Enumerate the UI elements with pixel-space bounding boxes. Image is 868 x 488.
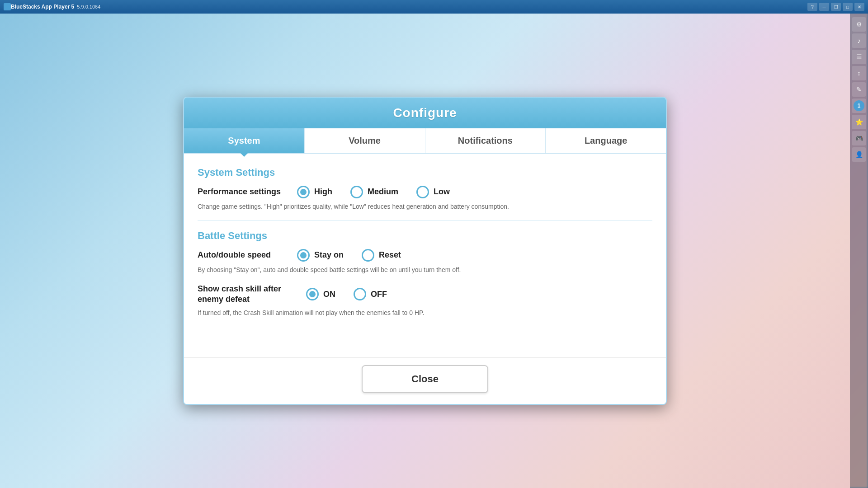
crash-skill-on-label: ON (323, 290, 335, 299)
crash-skill-off-label: OFF (371, 290, 387, 299)
window-controls: ? ─ ❐ □ ✕ (807, 3, 864, 11)
notification-badge: 1 (854, 100, 864, 111)
sidebar-icon-4[interactable]: ↕ (852, 66, 866, 80)
performance-low-label: Low (434, 187, 450, 197)
dialog-tabs: System Volume Notifications Language (184, 128, 666, 154)
dialog-body: System Settings Performance settings Hig… (184, 154, 666, 358)
right-sidebar: ⚙ ♪ ☰ ↕ ✎ 🔔 1 ⭐ 🎮 👤 (850, 14, 868, 488)
auto-speed-options: Stay on Reset (297, 249, 401, 262)
performance-medium-option[interactable]: Medium (350, 186, 398, 198)
crash-skill-label: Show crash skill after enemy defeat (198, 284, 297, 305)
crash-skill-on-option[interactable]: ON (306, 288, 335, 300)
tab-language[interactable]: Language (546, 128, 666, 153)
auto-speed-description: By choosing "Stay on", auto and double s… (198, 265, 652, 275)
sidebar-icon-9[interactable]: 👤 (852, 147, 866, 162)
configure-dialog: Configure System Volume Notifications La… (183, 97, 667, 405)
tab-notifications[interactable]: Notifications (425, 128, 546, 153)
minimize-button[interactable]: ─ (819, 3, 829, 11)
window-close-button[interactable]: ✕ (854, 3, 864, 11)
sidebar-icon-7[interactable]: ⭐ (852, 115, 866, 129)
battle-settings-title: Battle Settings (198, 230, 652, 242)
dialog-title: Configure (184, 106, 666, 120)
performance-high-option[interactable]: High (297, 186, 332, 198)
crash-skill-on-radio[interactable] (306, 288, 319, 300)
auto-speed-setting-row: Auto/double speed Stay on Reset By choos… (198, 249, 652, 275)
sidebar-icon-3[interactable]: ☰ (852, 50, 866, 64)
auto-speed-label: Auto/double speed (198, 250, 288, 260)
performance-low-option[interactable]: Low (416, 186, 450, 198)
crash-skill-options: ON OFF (306, 288, 387, 300)
auto-speed-reset-radio[interactable] (362, 249, 374, 262)
window-titlebar: BlueStacks App Player 5 5.9.0.1064 ? ─ ❐… (0, 0, 868, 14)
sidebar-icon-5[interactable]: ✎ (852, 82, 866, 97)
tab-volume[interactable]: Volume (305, 128, 425, 153)
window-title: BlueStacks App Player 5 5.9.0.1064 (11, 4, 100, 10)
crash-skill-description: If turned off, the Crash Skill animation… (198, 308, 652, 318)
performance-setting-label-row: Performance settings High Medium Low (198, 186, 652, 198)
app-icon (4, 3, 11, 10)
dialog-header: Configure (184, 98, 666, 128)
performance-high-label: High (314, 187, 332, 197)
crash-skill-off-radio[interactable] (354, 288, 366, 300)
auto-speed-label-row: Auto/double speed Stay on Reset (198, 249, 652, 262)
restore-button[interactable]: ❐ (831, 3, 841, 11)
maximize-button[interactable]: □ (843, 3, 853, 11)
section-divider-1 (198, 221, 652, 221)
performance-setting-label: Performance settings (198, 187, 288, 197)
dialog-footer: Close (184, 357, 666, 404)
performance-setting-row: Performance settings High Medium Low (198, 186, 652, 211)
performance-high-radio[interactable] (297, 186, 310, 198)
performance-low-radio[interactable] (416, 186, 429, 198)
performance-description: Change game settings. "High" prioritizes… (198, 202, 652, 211)
auto-speed-reset-option[interactable]: Reset (362, 249, 401, 262)
auto-speed-stayon-option[interactable]: Stay on (297, 249, 344, 262)
system-settings-title: System Settings (198, 167, 652, 178)
sidebar-icon-2[interactable]: ♪ (852, 33, 866, 48)
auto-speed-stayon-radio[interactable] (297, 249, 310, 262)
performance-medium-radio[interactable] (350, 186, 363, 198)
auto-speed-stayon-label: Stay on (314, 250, 344, 260)
crash-skill-label-row: Show crash skill after enemy defeat ON O… (198, 284, 652, 305)
tab-system[interactable]: System (184, 128, 305, 153)
dialog-backdrop: Configure System Volume Notifications La… (0, 14, 850, 488)
crash-skill-setting-row: Show crash skill after enemy defeat ON O… (198, 284, 652, 318)
sidebar-icon-1[interactable]: ⚙ (852, 17, 866, 32)
close-button[interactable]: Close (362, 365, 488, 393)
sidebar-icon-6[interactable]: 🔔 1 (852, 99, 866, 113)
help-button[interactable]: ? (807, 3, 817, 11)
crash-skill-off-option[interactable]: OFF (354, 288, 387, 300)
performance-medium-label: Medium (368, 187, 398, 197)
auto-speed-reset-label: Reset (379, 250, 401, 260)
sidebar-icon-8[interactable]: 🎮 (852, 131, 866, 145)
scroll-space (198, 321, 652, 348)
performance-options: High Medium Low (297, 186, 450, 198)
